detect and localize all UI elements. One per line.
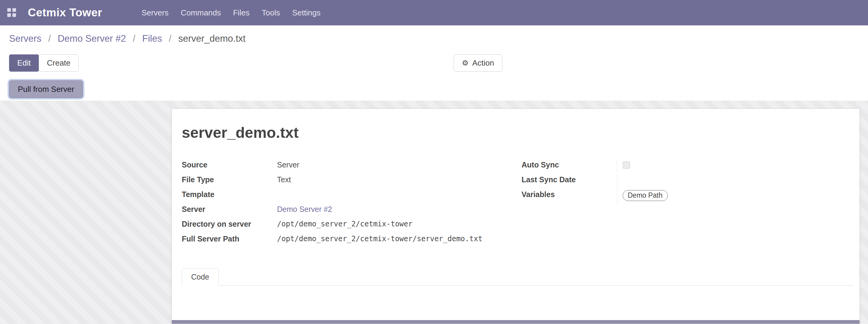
field-value-file-type: Text (277, 174, 508, 189)
menu-item-commands[interactable]: Commands (175, 0, 227, 25)
apps-grid-square (12, 8, 16, 12)
auto-sync-checkbox[interactable] (623, 161, 630, 169)
field-label-server: Server (182, 204, 277, 219)
form-sheet: server_demo.txt Source Server File Type … (172, 108, 860, 324)
apps-menu-icon[interactable] (7, 8, 16, 17)
field-label-file-type: File Type (182, 174, 277, 189)
menu-item-files[interactable]: Files (227, 0, 255, 25)
action-menu-button[interactable]: ⚙ Action (454, 55, 502, 72)
apps-grid-square (7, 13, 11, 17)
control-panel: Servers / Demo Server #2 / Files / serve… (0, 25, 868, 101)
field-label-source: Source (182, 160, 277, 174)
create-button[interactable]: Create (39, 55, 79, 72)
gear-icon: ⚙ (462, 59, 468, 67)
apps-grid-square (7, 8, 11, 12)
field-groups: Source Server File Type Text Template Se… (182, 160, 847, 249)
field-label-template: Template (182, 189, 277, 204)
top-menu: Servers Commands Files Tools Settings (135, 0, 327, 25)
menu-item-tools[interactable]: Tools (255, 0, 286, 25)
tab-code[interactable]: Code (182, 268, 219, 286)
field-label-variables: Variables (522, 189, 617, 204)
field-value-full-path: /opt/demo_server_2/cetmix-tower/server_d… (277, 234, 508, 249)
field-label-full-path: Full Server Path (182, 234, 277, 249)
breadcrumb-servers[interactable]: Servers (9, 33, 41, 44)
apps-grid-square (12, 13, 16, 17)
edit-button[interactable]: Edit (9, 55, 39, 72)
field-group-left: Source Server File Type Text Template Se… (182, 160, 508, 249)
field-label-last-sync-date: Last Sync Date (522, 174, 617, 189)
field-value-template (277, 189, 508, 204)
action-label: Action (472, 58, 494, 68)
field-value-source: Server (277, 160, 508, 174)
notebook-tabs: Code (182, 268, 854, 286)
field-value-auto-sync (617, 160, 848, 174)
breadcrumb-separator: / (169, 33, 172, 44)
pull-from-server-button[interactable]: Pull from Server (9, 80, 83, 98)
main-content: server_demo.txt Source Server File Type … (0, 101, 868, 324)
field-value-last-sync-date (617, 174, 848, 189)
menu-item-settings[interactable]: Settings (286, 0, 327, 25)
code-tab-content (172, 286, 859, 320)
code-editor-top-strip (172, 320, 860, 324)
breadcrumb-separator: / (48, 33, 51, 44)
menu-item-servers[interactable]: Servers (135, 0, 175, 25)
field-value-variables: Demo Path (617, 189, 848, 204)
breadcrumb-files[interactable]: Files (142, 33, 162, 44)
field-value-server: Demo Server #2 (277, 204, 508, 219)
top-navbar: Cetmix Tower Servers Commands Files Tool… (0, 0, 868, 25)
breadcrumb-current: server_demo.txt (179, 33, 246, 44)
server-link[interactable]: Demo Server #2 (277, 205, 332, 214)
field-group-right: Auto Sync Last Sync Date Variables Demo … (522, 160, 848, 249)
page-title: server_demo.txt (182, 124, 299, 141)
field-label-auto-sync: Auto Sync (522, 160, 617, 174)
breadcrumb-separator: / (133, 33, 135, 44)
breadcrumb: Servers / Demo Server #2 / Files / serve… (9, 33, 246, 44)
app-brand[interactable]: Cetmix Tower (28, 6, 102, 19)
breadcrumb-demo-server[interactable]: Demo Server #2 (58, 33, 126, 44)
field-label-directory: Directory on server (182, 219, 277, 234)
field-value-directory: /opt/demo_server_2/cetmix-tower (277, 219, 508, 234)
variable-tag-demo-path[interactable]: Demo Path (623, 190, 668, 201)
